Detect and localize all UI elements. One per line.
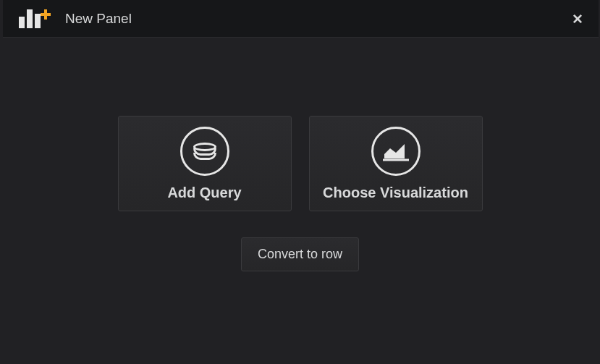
add-query-button[interactable]: Add Query <box>118 116 292 211</box>
close-button[interactable] <box>567 8 588 30</box>
panel-content: Add Query Choose Visualization Convert t… <box>0 38 600 364</box>
panel-title: New Panel <box>65 11 132 27</box>
database-icon <box>180 127 229 176</box>
choose-visualization-button[interactable]: Choose Visualization <box>309 116 483 211</box>
primary-actions-row: Add Query Choose Visualization <box>118 116 483 211</box>
chart-icon <box>371 127 421 176</box>
choose-visualization-label: Choose Visualization <box>323 185 468 201</box>
add-query-label: Add Query <box>167 185 241 201</box>
add-panel-icon <box>19 9 51 28</box>
convert-to-row-label: Convert to row <box>258 247 342 261</box>
new-panel-dialog: New Panel Add Query <box>0 0 600 364</box>
convert-to-row-button[interactable]: Convert to row <box>241 237 359 271</box>
close-icon <box>571 12 584 25</box>
panel-header: New Panel <box>3 0 599 38</box>
